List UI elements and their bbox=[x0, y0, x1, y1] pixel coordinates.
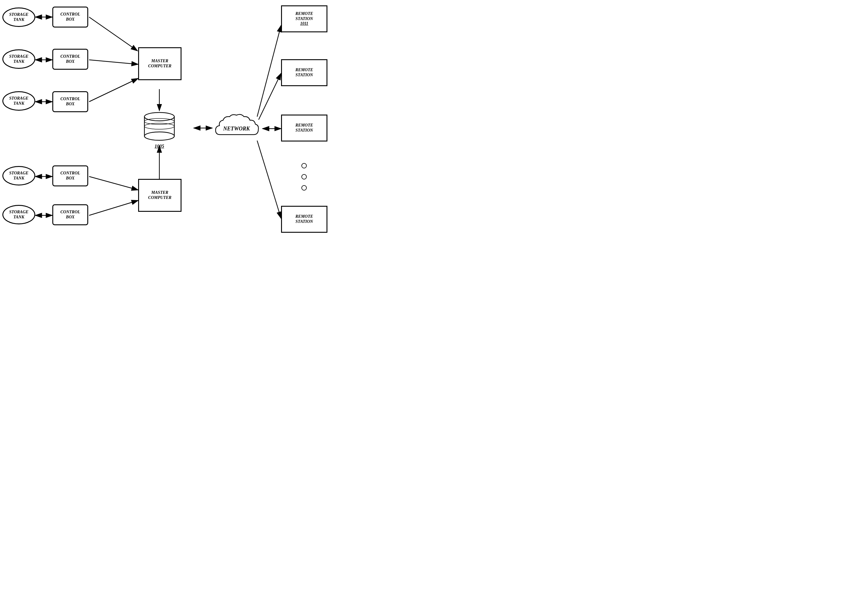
storage-tank-2-label: STORAGETANK bbox=[9, 54, 28, 64]
database: 1005 bbox=[143, 111, 176, 141]
dot-1 bbox=[301, 163, 307, 169]
storage-tank-5: STORAGETANK bbox=[2, 205, 35, 224]
storage-tank-4-label: STORAGETANK bbox=[9, 171, 28, 181]
master-computer-2: MASTERCOMPUTER bbox=[138, 179, 182, 212]
storage-tank-3: STORAGETANK bbox=[2, 91, 35, 111]
svg-point-20 bbox=[145, 112, 174, 121]
remote-station-3-label: REMOTESTATION bbox=[295, 123, 313, 133]
remote-station-1: REMOTESTATION1011 bbox=[281, 5, 328, 32]
storage-tank-5-label: STORAGETANK bbox=[9, 210, 28, 220]
storage-tank-1: STORAGE TANK bbox=[2, 7, 35, 27]
svg-line-15 bbox=[257, 25, 281, 117]
storage-tank-2: STORAGETANK bbox=[2, 49, 35, 69]
svg-line-13 bbox=[89, 200, 138, 215]
storage-tank-1-label: STORAGE TANK bbox=[3, 12, 34, 22]
control-box-5-label: CONTROLBOX bbox=[61, 210, 80, 220]
remote-station-4: REMOTESTATION bbox=[281, 206, 328, 233]
remote-station-3: REMOTESTATION bbox=[281, 115, 328, 142]
control-box-2: CONTROLBOX bbox=[52, 49, 88, 70]
svg-line-5 bbox=[89, 17, 137, 51]
database-label: 1005 bbox=[155, 144, 164, 149]
control-box-3: CONTROLBOX bbox=[52, 91, 88, 112]
master-computer-2-label: MASTERCOMPUTER bbox=[148, 190, 172, 200]
remote-station-2-label: REMOTESTATION bbox=[295, 68, 313, 78]
diagram: STORAGE TANK STORAGETANK STORAGETANK STO… bbox=[0, 0, 329, 257]
master-computer-1-label: MASTERCOMPUTER bbox=[148, 59, 172, 69]
storage-tank-4: STORAGETANK bbox=[2, 166, 35, 185]
svg-line-16 bbox=[258, 73, 281, 120]
network-label: NETWORK bbox=[223, 126, 249, 132]
remote-station-2: REMOTESTATION bbox=[281, 59, 328, 86]
svg-line-7 bbox=[89, 78, 138, 102]
svg-line-18 bbox=[257, 141, 281, 218]
svg-line-12 bbox=[89, 176, 138, 190]
master-computer-1: MASTERCOMPUTER bbox=[138, 47, 182, 80]
control-box-1: CONTROLBOX bbox=[52, 7, 88, 28]
control-box-5: CONTROLBOX bbox=[52, 204, 88, 225]
dot-3 bbox=[301, 185, 307, 191]
control-box-2-label: CONTROLBOX bbox=[61, 54, 80, 64]
svg-line-6 bbox=[89, 60, 138, 64]
remote-station-1-label: REMOTESTATION1011 bbox=[295, 11, 313, 26]
network-cloud: NETWORK bbox=[211, 111, 262, 147]
control-box-1-label: CONTROLBOX bbox=[61, 12, 80, 22]
svg-point-21 bbox=[145, 132, 174, 140]
remote-station-4-label: REMOTESTATION bbox=[295, 214, 313, 224]
control-box-4-label: CONTROLBOX bbox=[61, 171, 80, 181]
storage-tank-3-label: STORAGETANK bbox=[9, 96, 28, 106]
dot-2 bbox=[301, 174, 307, 179]
control-box-3-label: CONTROLBOX bbox=[61, 97, 80, 107]
control-box-4: CONTROLBOX bbox=[52, 166, 88, 186]
